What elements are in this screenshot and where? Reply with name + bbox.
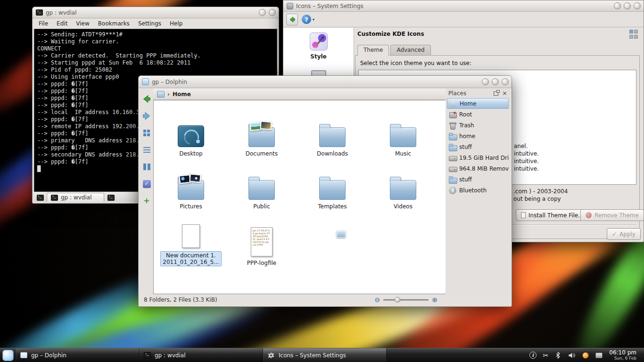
terminal-tab[interactable]: gp : wvdial	[47, 193, 104, 202]
tab-theme[interactable]: Theme	[357, 45, 389, 56]
close-panel-icon[interactable]: ×	[502, 90, 507, 96]
folder-icon	[449, 176, 456, 183]
preview-button[interactable]: ✓	[141, 179, 152, 189]
back-button[interactable]	[286, 14, 298, 25]
help-button[interactable]: ?	[302, 15, 311, 24]
split-add-button[interactable]: +	[141, 196, 152, 206]
terminal-line: --> Pid of pppd: 25082	[37, 66, 274, 74]
task-label: gp : wvdial	[155, 352, 185, 359]
gear-icon	[267, 352, 275, 359]
folder-pictures[interactable]: Pictures	[156, 158, 226, 211]
zoom-in-icon[interactable]: ⊕	[432, 296, 438, 303]
remove-theme-button[interactable]: Remove Theme	[580, 209, 644, 221]
forward-button[interactable]	[141, 111, 152, 121]
scissors-icon[interactable]: ✂	[543, 352, 549, 359]
folder-music[interactable]: Music	[368, 105, 438, 158]
places-item-bluetooth[interactable]: Bluetooth	[447, 185, 509, 196]
zoom-slider[interactable]	[383, 296, 429, 303]
close-button[interactable]	[634, 2, 641, 9]
menu-settings[interactable]: Settings	[134, 19, 165, 28]
home-folder-icon[interactable]	[157, 91, 165, 98]
style-category-icon[interactable]	[310, 33, 328, 50]
close-button[interactable]	[502, 78, 509, 85]
taskbar-item-wvdial[interactable]: gp : wvdial	[140, 348, 263, 362]
app-launcher-button[interactable]	[0, 348, 16, 362]
close-button[interactable]	[269, 9, 276, 16]
apply-button[interactable]: ✓ Apply	[607, 228, 641, 240]
info-tray-icon[interactable]: i	[529, 352, 537, 359]
folder-videos[interactable]: Videos	[368, 158, 438, 211]
folder-documents[interactable]: Documents	[226, 105, 297, 158]
menu-help[interactable]: Help	[165, 19, 187, 28]
folder-desktop[interactable]: Desktop	[156, 105, 226, 158]
places-item-root[interactable]: Root	[447, 109, 509, 120]
taskbar-item-system-settings[interactable]: Icons – System Settings	[263, 348, 387, 362]
menu-bookmarks[interactable]: Bookmarks	[94, 19, 134, 28]
dolphin-window-icon	[142, 78, 149, 85]
clock[interactable]: 06:10 pm Sun, 6 Feb	[607, 348, 644, 362]
item-label: Pictures	[180, 203, 202, 210]
places-item-stuff-1[interactable]: stuff	[447, 141, 509, 152]
icons-view-icon	[143, 130, 146, 132]
theme-copyright-text: out being a copy	[513, 196, 561, 202]
folder-public[interactable]: Public	[226, 158, 297, 211]
terminal-icon	[107, 195, 115, 201]
status-bar: 8 Folders, 2 Files (3.3 KiB) ⊖ ⊕	[140, 295, 510, 305]
dolphin-window-title: gp – Dolphin	[152, 79, 187, 85]
maximize-button[interactable]	[492, 78, 499, 85]
places-item-removable-drive[interactable]: 964.8 MiB Remov...	[447, 163, 509, 174]
theme-description-fragment: intuitive.	[514, 150, 539, 157]
columns-view-icon	[143, 164, 146, 170]
dolphin-titlebar[interactable]: gp – Dolphin	[139, 76, 512, 88]
places-item-home-folder[interactable]: home	[447, 131, 509, 141]
terminal-line: CONNECT	[37, 45, 274, 52]
file-new-document[interactable]: New document 1. 2011_01_20_16_5...	[156, 211, 226, 267]
view-toggle-icon[interactable]	[629, 30, 639, 39]
tab-advanced[interactable]: Advanced	[390, 45, 430, 55]
menu-file[interactable]: File	[34, 19, 52, 28]
minimize-button[interactable]	[259, 9, 266, 16]
item-label: Videos	[394, 203, 413, 210]
folder-icon	[390, 180, 416, 200]
chevron-down-icon[interactable]: ▾	[313, 17, 314, 22]
places-item-trash[interactable]: Trash	[447, 120, 509, 131]
columns-view-button[interactable]	[141, 162, 152, 172]
install-theme-button[interactable]: Install Theme File...	[516, 209, 589, 221]
icons-view-button[interactable]	[141, 128, 152, 138]
settings-titlebar[interactable]: Icons – System Settings	[283, 0, 644, 12]
menu-edit[interactable]: Edit	[52, 19, 72, 28]
task-label: Icons – System Settings	[279, 352, 346, 359]
breadcrumb-home[interactable]: Home	[173, 91, 191, 98]
new-tab-button[interactable]	[35, 193, 45, 202]
zoom-out-icon[interactable]: ⊖	[375, 296, 380, 303]
places-item-stuff-2[interactable]: stuff	[447, 174, 509, 185]
taskbar-item-dolphin[interactable]: gp – Dolphin	[16, 348, 140, 362]
dolphin-window: gp – Dolphin › Home ✓ + Desktop	[138, 75, 512, 307]
minimize-button[interactable]	[482, 78, 489, 85]
file-ppp-logfile[interactable]: Jan 17 09:47:18 gp-Aspire-5738 pppd[1946…	[226, 211, 297, 267]
maximize-button[interactable]	[624, 2, 631, 9]
folder-view[interactable]: Desktop Documents Downloads Music	[153, 100, 446, 294]
place-label: 964.8 MiB Remov...	[459, 165, 509, 172]
detach-panel-icon[interactable]	[494, 91, 498, 96]
sidebar-item-style[interactable]: Style	[310, 53, 326, 60]
device-notifier-icon[interactable]	[595, 353, 603, 358]
bluetooth-tray-icon[interactable]	[555, 352, 561, 359]
folder-templates[interactable]: Templates	[297, 158, 368, 211]
folder-downloads[interactable]: Downloads	[297, 105, 368, 158]
terminal-titlebar[interactable]: gp : wvdial	[33, 7, 279, 18]
trash-icon	[449, 122, 456, 129]
places-item-hard-drive[interactable]: 19.5 GiB Hard Drive	[447, 152, 509, 163]
places-item-home[interactable]: Home	[447, 98, 509, 109]
notifier-tray-icon[interactable]	[582, 352, 589, 359]
volume-icon[interactable]	[568, 352, 576, 359]
desktop-folder-icon	[178, 125, 204, 147]
back-button[interactable]	[141, 94, 152, 104]
page-title: Customize KDE Icons	[357, 31, 424, 37]
kde-menu-icon	[2, 350, 14, 361]
menu-view[interactable]: View	[72, 19, 93, 28]
minimize-button[interactable]	[614, 2, 621, 9]
details-view-button[interactable]	[141, 145, 152, 155]
item-label: Templates	[318, 203, 347, 210]
tab-list-button[interactable]	[106, 193, 116, 202]
